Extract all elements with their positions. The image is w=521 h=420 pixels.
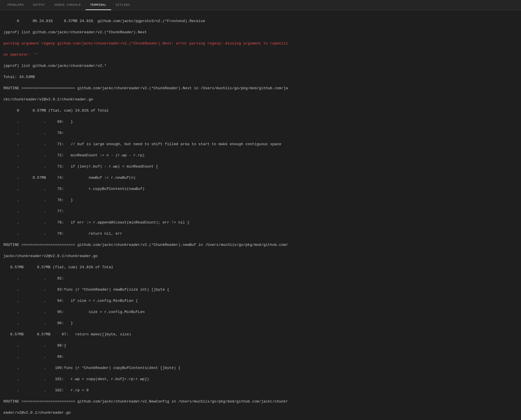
terminal-line: . . 75: r.copyBufContents(newBuf) [3, 186, 518, 192]
terminal-line: Total: 34.53MB [3, 74, 518, 80]
terminal-line: ROUTINE ======================== github.… [3, 242, 518, 248]
terminal-line: . . 76: } [3, 197, 518, 203]
terminal-line: parsing argument regexp github.com/jackc… [3, 41, 518, 46]
terminal-line: . . 69: } [3, 119, 518, 125]
terminal-line: . . 99: [3, 354, 518, 360]
terminal-line: . . 102: r.rp = 0 [3, 388, 518, 393]
terminal-line: . . 72: minReadCount := n - (r.wp - r.rp… [3, 153, 518, 158]
terminal-line: . . 93:func (r *ChunkReader) newBuf(size… [3, 287, 518, 293]
terminal-line: eader/v2@v2.0.1/chunkreader.go [3, 410, 518, 416]
terminal-line: . . 79: return nil, err [3, 231, 518, 237]
terminal-line: 8.57MB 8.57MB 97: return make([]byte, si… [3, 332, 518, 337]
terminal-line: ROUTINE ======================== github.… [3, 399, 518, 405]
terminal-line: . . 70: [3, 130, 518, 136]
terminal-line: . . 101: r.wp = copy(dest, r.buf[r.rp:r.… [3, 376, 518, 382]
terminal-line: . . 73: if (len(r.buf) - r.wp) < minRead… [3, 164, 518, 170]
terminal-line: . . 71: // buf is large enough, but need… [3, 141, 518, 147]
terminal-line: . . 92: [3, 276, 518, 281]
terminal-line: jackc/chunkreader/v2@v2.0.1/chunkreader.… [3, 253, 518, 259]
tab-problems[interactable]: PROBLEMS [3, 0, 28, 10]
terminal-line: 0 0% 24.81% 8.57MB 24.81% github.com/jac… [3, 18, 518, 24]
terminal-line: . . 100:func (r *ChunkReader) copyBufCon… [3, 365, 518, 371]
tab-bar: PROBLEMS OUTPUT DEBUG CONSOLE TERMINAL G… [0, 0, 521, 10]
terminal-line: . . 77: [3, 209, 518, 214]
tab-gitlens[interactable]: GITLENS [111, 0, 135, 10]
terminal-line: 8.57MB 8.57MB (flat, cum) 24.81% of Tota… [3, 265, 518, 270]
terminal-line: . . 98:} [3, 343, 518, 349]
terminal-line: . . 94: if size < r.config.MinBufLen { [3, 298, 518, 304]
tab-debug-console[interactable]: DEBUG CONSOLE [50, 0, 85, 10]
terminal-line: (pprof) list github.com/jackc/chunkreade… [3, 30, 518, 35]
terminal-output: 0 0% 24.81% 8.57MB 24.81% github.com/jac… [0, 10, 521, 420]
terminal-line: on operator: `*` [3, 52, 518, 58]
terminal-line: (pprof) list github.com/jackc/chunkreade… [3, 63, 518, 69]
terminal-line: . 8.57MB 74: newBuf := r.newBuf(n) [3, 175, 518, 181]
terminal-line: . . 78: if err := r.appendAtLeast(minRea… [3, 220, 518, 225]
terminal-line: . . 96: } [3, 320, 518, 326]
tab-terminal[interactable]: TERMINAL [86, 0, 111, 10]
tab-output[interactable]: OUTPUT [28, 0, 50, 10]
terminal-line: ROUTINE ======================== github.… [3, 85, 518, 91]
terminal-line: ckc/chunkreader/v2@v2.0.1/chunkreader.go [3, 97, 518, 102]
terminal-line: 0 8.57MB (flat, cum) 24.81% of Total [3, 108, 518, 114]
terminal-line: . . 95: size = r.config.MinBufLen [3, 309, 518, 315]
